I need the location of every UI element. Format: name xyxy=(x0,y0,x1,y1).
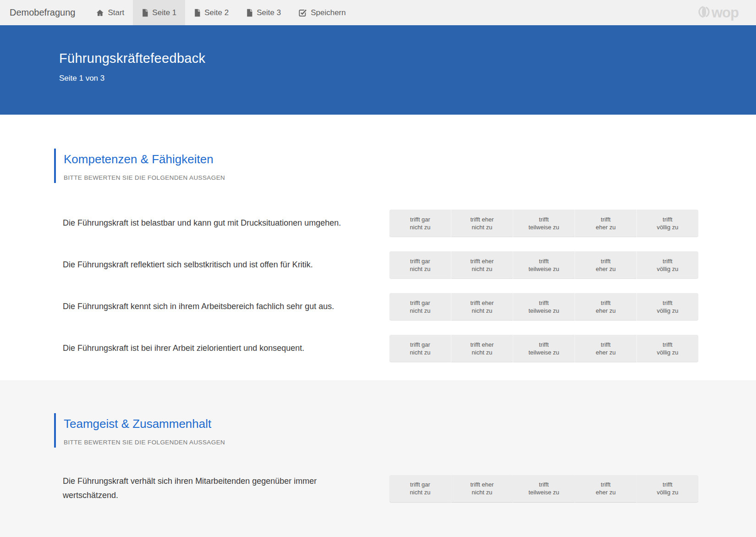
scale-option-line2: teilweise zu xyxy=(528,349,559,356)
scale-option-line2: eher zu xyxy=(596,265,615,273)
scale-option-line2: völlig zu xyxy=(657,265,679,273)
question-list: Die Führungskraft verhält sich ihren Mit… xyxy=(54,474,756,503)
wop-logo: wop xyxy=(697,0,756,25)
scale-option[interactable]: trifft völlig zu xyxy=(637,251,698,278)
scale-option-line1: trifft xyxy=(601,216,610,223)
nav-item-label: Speichern xyxy=(311,8,346,17)
nav-item-seite-3[interactable]: Seite 3 xyxy=(237,0,290,25)
rating-scale: trifft gar nicht zu trifft eher nicht zu… xyxy=(389,210,698,237)
scale-option-line1: trifft xyxy=(601,299,610,307)
nav-item-speichern[interactable]: Speichern xyxy=(290,0,355,25)
scale-option-line1: trifft xyxy=(663,216,672,223)
section-title: Teamgeist & Zusammenhalt xyxy=(64,417,756,431)
scale-option-line2: nicht zu xyxy=(472,488,493,496)
scale-option[interactable]: trifft eher nicht zu xyxy=(451,293,513,320)
scale-option-line1: trifft gar xyxy=(410,481,430,488)
scale-option-line2: nicht zu xyxy=(472,307,493,315)
scale-option[interactable]: trifft gar nicht zu xyxy=(389,335,451,362)
nav-item-start[interactable]: Start xyxy=(87,0,133,25)
nav-item-label: Seite 1 xyxy=(152,8,176,17)
scale-option-line1: trifft xyxy=(539,481,548,488)
survey-section: Kompetenzen & Fähigkeiten BITTE BEWERTEN… xyxy=(0,115,756,380)
question-text: Die Führungskraft verhält sich ihren Mit… xyxy=(63,474,363,503)
page-indicator: Seite 1 von 3 xyxy=(59,74,756,83)
nav-item-seite-2[interactable]: Seite 2 xyxy=(185,0,237,25)
scale-option-line2: völlig zu xyxy=(657,349,679,356)
scale-option[interactable]: trifft eher zu xyxy=(575,475,636,502)
scale-option-line1: trifft eher xyxy=(470,216,493,223)
scale-option[interactable]: trifft teilweise zu xyxy=(513,251,575,278)
scale-option[interactable]: trifft eher nicht zu xyxy=(451,335,513,362)
rating-scale: trifft gar nicht zu trifft eher nicht zu… xyxy=(389,475,698,502)
section-header: Teamgeist & Zusammenhalt BITTE BEWERTEN … xyxy=(54,413,756,448)
question-text: Die Führungskraft kennt sich in ihrem Ar… xyxy=(63,299,363,314)
page-icon xyxy=(142,9,148,17)
question-text: Die Führungskraft reflektiert sich selbs… xyxy=(63,258,363,272)
scale-option[interactable]: trifft eher zu xyxy=(575,335,636,362)
scale-option-line2: eher zu xyxy=(596,488,615,496)
app-title: Demobefragung xyxy=(0,0,87,25)
scale-option[interactable]: trifft gar nicht zu xyxy=(389,210,451,237)
scale-option-line2: nicht zu xyxy=(410,265,431,273)
survey-banner: Führungskräftefeedback Seite 1 von 3 xyxy=(0,25,756,115)
scale-option-line2: eher zu xyxy=(596,223,615,231)
scale-option[interactable]: trifft eher zu xyxy=(575,210,636,237)
scale-option[interactable]: trifft völlig zu xyxy=(637,475,698,502)
main-nav: Start Seite 1 Seite 2 Seite 3 Speichern xyxy=(87,0,354,25)
scale-option-line2: eher zu xyxy=(596,307,615,315)
question-text: Die Führungskraft ist belastbar und kann… xyxy=(63,216,363,230)
top-navbar: Demobefragung Start Seite 1 Seite 2 Seit… xyxy=(0,0,756,25)
nav-item-label: Start xyxy=(108,8,124,17)
scale-option[interactable]: trifft eher nicht zu xyxy=(451,210,513,237)
wop-logo-text: wop xyxy=(712,6,739,20)
scale-option[interactable]: trifft völlig zu xyxy=(637,293,698,320)
question-row: Die Führungskraft kennt sich in ihrem Ar… xyxy=(54,293,756,320)
scale-option[interactable]: trifft teilweise zu xyxy=(513,293,575,320)
scale-option[interactable]: trifft eher zu xyxy=(575,293,636,320)
scale-option-line1: trifft xyxy=(539,299,548,307)
rating-scale: trifft gar nicht zu trifft eher nicht zu… xyxy=(389,251,698,278)
survey-section: Teamgeist & Zusammenhalt BITTE BEWERTEN … xyxy=(0,380,756,537)
scale-option-line2: nicht zu xyxy=(410,223,431,231)
nav-item-seite-1[interactable]: Seite 1 xyxy=(133,0,185,25)
scale-option-line2: nicht zu xyxy=(472,349,493,356)
scale-option-line2: nicht zu xyxy=(410,488,431,496)
scale-option-line1: trifft gar xyxy=(410,341,430,349)
survey-title: Führungskräftefeedback xyxy=(59,51,756,66)
scale-option[interactable]: trifft eher nicht zu xyxy=(451,475,513,502)
scale-option-line2: eher zu xyxy=(596,349,615,356)
scale-option-line2: völlig zu xyxy=(657,223,679,231)
scale-option[interactable]: trifft gar nicht zu xyxy=(389,475,451,502)
scale-option-line1: trifft gar xyxy=(410,299,430,307)
scale-option-line1: trifft xyxy=(663,341,672,349)
question-row: Die Führungskraft ist bei ihrer Arbeit z… xyxy=(54,335,756,362)
scale-option-line1: trifft xyxy=(663,299,672,307)
scale-option[interactable]: trifft teilweise zu xyxy=(513,210,575,237)
scale-option-line1: trifft xyxy=(539,257,548,265)
scale-option[interactable]: trifft eher zu xyxy=(575,251,636,278)
rating-scale: trifft gar nicht zu trifft eher nicht zu… xyxy=(389,293,698,320)
wop-logo-icon xyxy=(697,6,710,20)
question-text: Die Führungskraft ist bei ihrer Arbeit z… xyxy=(63,341,363,355)
check-square-icon xyxy=(298,8,307,17)
scale-option[interactable]: trifft völlig zu xyxy=(637,335,698,362)
scale-option[interactable]: trifft teilweise zu xyxy=(513,335,575,362)
scale-option-line2: teilweise zu xyxy=(528,307,559,315)
scale-option-line1: trifft eher xyxy=(470,481,493,488)
scale-option[interactable]: trifft teilweise zu xyxy=(513,475,575,502)
survey-body: Kompetenzen & Fähigkeiten BITTE BEWERTEN… xyxy=(0,115,756,537)
scale-option-line2: nicht zu xyxy=(472,223,493,231)
scale-option[interactable]: trifft gar nicht zu xyxy=(389,293,451,320)
scale-option-line1: trifft xyxy=(539,341,548,349)
rating-scale: trifft gar nicht zu trifft eher nicht zu… xyxy=(389,335,698,362)
scale-option[interactable]: trifft eher nicht zu xyxy=(451,251,513,278)
home-icon xyxy=(96,9,104,17)
section-header: Kompetenzen & Fähigkeiten BITTE BEWERTEN… xyxy=(54,149,756,183)
scale-option-line1: trifft xyxy=(663,481,672,488)
scale-option[interactable]: trifft gar nicht zu xyxy=(389,251,451,278)
nav-item-label: Seite 3 xyxy=(257,8,281,17)
page-icon xyxy=(194,9,201,17)
scale-option-line1: trifft xyxy=(601,341,610,349)
scale-option-line2: teilweise zu xyxy=(528,265,559,273)
scale-option[interactable]: trifft völlig zu xyxy=(637,210,698,237)
